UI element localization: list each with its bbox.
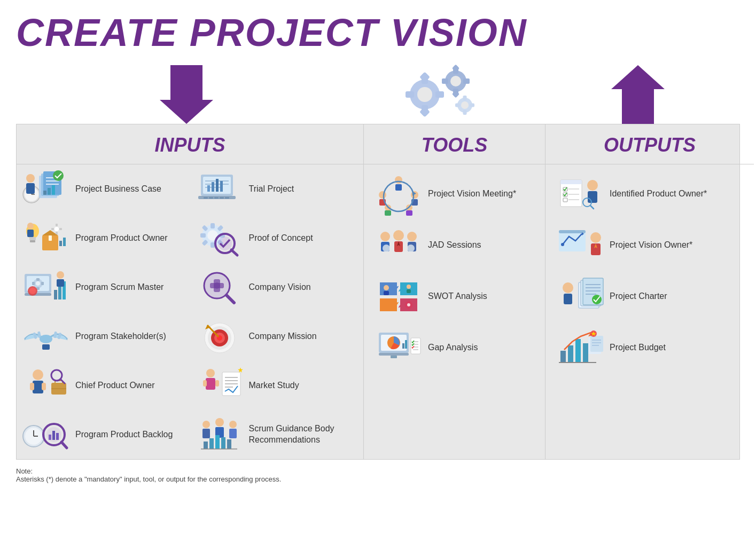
svg-point-192 bbox=[407, 303, 410, 306]
svg-rect-209 bbox=[563, 198, 567, 202]
svg-point-113 bbox=[40, 335, 52, 343]
svg-point-103 bbox=[29, 288, 36, 294]
proof-of-concept-icon bbox=[196, 219, 244, 257]
chief-product-owner-label: Chief Product Owner bbox=[75, 380, 155, 391]
up-arrow-icon bbox=[611, 65, 665, 124]
svg-point-91 bbox=[36, 281, 40, 286]
list-item: Trial Project bbox=[190, 164, 364, 214]
list-item: Market Study bbox=[190, 361, 364, 410]
swot-analysis-label: SWOT Analysis bbox=[428, 291, 487, 302]
svg-line-148 bbox=[61, 442, 67, 448]
svg-rect-234 bbox=[560, 351, 566, 362]
svg-rect-41 bbox=[52, 185, 55, 195]
svg-point-213 bbox=[587, 180, 598, 191]
inputs-list: Project Business Case bbox=[17, 164, 363, 459]
program-scrum-master-icon bbox=[22, 268, 70, 306]
program-stakeholder-label: Program Stakeholder(s) bbox=[75, 331, 166, 342]
program-product-backlog-icon bbox=[22, 415, 70, 454]
svg-rect-39 bbox=[43, 191, 46, 195]
program-stakeholder-icon bbox=[22, 317, 70, 356]
list-item: JAD Sessions bbox=[369, 221, 540, 269]
svg-rect-68 bbox=[63, 238, 66, 246]
svg-rect-196 bbox=[402, 343, 404, 349]
outputs-list: Identified Product Owner* bbox=[545, 164, 754, 377]
svg-marker-0 bbox=[160, 65, 213, 124]
svg-point-166 bbox=[379, 191, 386, 199]
svg-rect-237 bbox=[583, 343, 588, 362]
svg-line-87 bbox=[231, 250, 237, 255]
project-budget-icon bbox=[556, 328, 604, 367]
svg-point-164 bbox=[395, 176, 402, 184]
swot-analysis-icon bbox=[375, 277, 423, 316]
svg-point-184 bbox=[385, 247, 388, 250]
svg-point-22 bbox=[461, 101, 469, 109]
svg-rect-133 bbox=[203, 380, 207, 387]
svg-point-70 bbox=[54, 227, 59, 231]
svg-rect-24 bbox=[463, 110, 467, 115]
company-vision-label: Company Vision bbox=[249, 282, 311, 293]
svg-rect-161 bbox=[221, 437, 225, 449]
jad-sessions-label: JAD Sessions bbox=[428, 240, 481, 251]
svg-rect-206 bbox=[560, 180, 582, 184]
chief-product-owner-icon bbox=[22, 366, 70, 405]
tools-list: Project Vision Meeting* bbox=[364, 164, 545, 377]
svg-point-220 bbox=[590, 232, 601, 243]
svg-point-152 bbox=[202, 421, 210, 428]
svg-rect-171 bbox=[385, 210, 391, 216]
svg-rect-52 bbox=[214, 197, 219, 199]
svg-point-65 bbox=[27, 223, 34, 229]
svg-point-107 bbox=[214, 282, 220, 289]
svg-rect-79 bbox=[200, 233, 206, 238]
svg-rect-40 bbox=[48, 188, 51, 195]
svg-rect-67 bbox=[59, 241, 62, 246]
svg-point-178 bbox=[393, 230, 404, 241]
svg-rect-160 bbox=[215, 435, 220, 449]
list-item: Scrum Guidance Body Recommendations bbox=[190, 410, 364, 459]
svg-rect-132 bbox=[206, 378, 215, 390]
svg-rect-149 bbox=[49, 435, 51, 440]
svg-rect-198 bbox=[379, 353, 409, 356]
svg-line-108 bbox=[227, 295, 234, 303]
project-business-case-label: Project Business Case bbox=[75, 184, 161, 195]
gap-analysis-label: Gap Analysis bbox=[428, 342, 478, 353]
svg-rect-218 bbox=[559, 230, 586, 233]
list-item: Identified Product Owner* bbox=[551, 170, 749, 218]
svg-point-168 bbox=[411, 191, 418, 199]
svg-rect-60 bbox=[29, 237, 36, 240]
svg-point-156 bbox=[229, 421, 237, 428]
gap-analysis-icon bbox=[375, 328, 423, 367]
svg-rect-73 bbox=[51, 228, 54, 230]
jad-sessions-icon bbox=[375, 226, 423, 264]
gears-icon bbox=[409, 65, 484, 124]
list-item: Program Product Owner bbox=[17, 214, 190, 263]
list-item: Program Product Backlog bbox=[17, 410, 190, 459]
svg-rect-71 bbox=[56, 224, 58, 226]
svg-point-176 bbox=[380, 232, 390, 241]
list-item: Company Vision bbox=[190, 263, 364, 312]
svg-rect-199 bbox=[391, 356, 397, 358]
program-product-owner-icon bbox=[22, 219, 70, 257]
svg-rect-214 bbox=[588, 191, 597, 203]
svg-rect-16 bbox=[463, 78, 470, 84]
svg-rect-165 bbox=[395, 184, 402, 191]
svg-point-12 bbox=[450, 76, 461, 86]
svg-rect-66 bbox=[27, 230, 34, 237]
project-budget-label: Project Budget bbox=[610, 342, 666, 353]
list-item: Company Mission bbox=[190, 312, 364, 361]
svg-point-42 bbox=[26, 174, 35, 183]
svg-point-122 bbox=[33, 369, 43, 380]
svg-rect-158 bbox=[204, 442, 208, 449]
program-product-backlog-label: Program Product Backlog bbox=[75, 429, 173, 440]
svg-rect-114 bbox=[42, 344, 50, 350]
list-item: Program Stakeholder(s) bbox=[17, 312, 190, 361]
svg-rect-98 bbox=[58, 286, 61, 299]
svg-rect-74 bbox=[59, 228, 62, 230]
svg-point-86 bbox=[218, 237, 232, 250]
identified-product-owner-icon bbox=[556, 175, 604, 213]
company-mission-icon bbox=[196, 317, 244, 356]
svg-line-216 bbox=[590, 206, 594, 209]
svg-rect-23 bbox=[463, 96, 467, 100]
market-study-icon bbox=[196, 366, 244, 405]
note-section: Note: Asterisks (*) denote a "mandatory"… bbox=[16, 467, 740, 483]
svg-point-131 bbox=[206, 369, 215, 377]
